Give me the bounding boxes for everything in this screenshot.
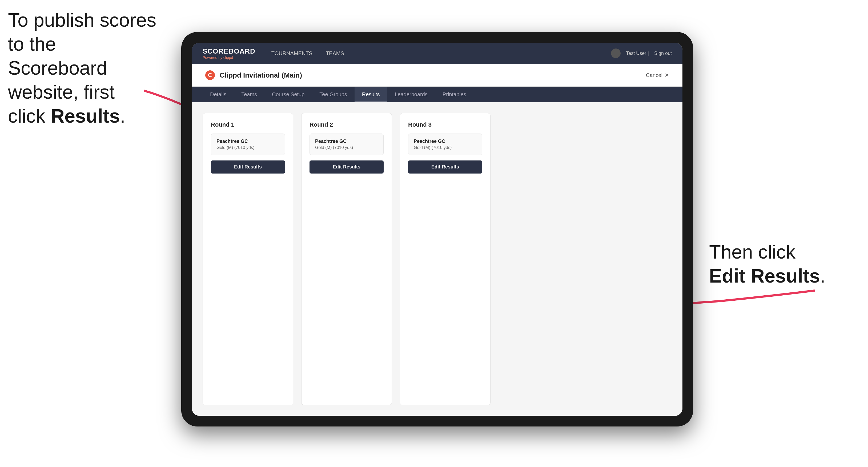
instruction-right-line1: Then click bbox=[709, 241, 796, 262]
cancel-button[interactable]: Cancel ✕ bbox=[646, 72, 669, 79]
round-3-course-details: Gold (M) (7010 yds) bbox=[414, 145, 477, 150]
round-3-course-card: Peachtree GC Gold (M) (7010 yds) bbox=[408, 133, 482, 155]
tab-course-setup[interactable]: Course Setup bbox=[265, 87, 312, 102]
instruction-line3: website, first bbox=[8, 81, 115, 103]
round-3-title: Round 3 bbox=[408, 121, 482, 128]
instruction-line4-suffix: . bbox=[120, 105, 125, 127]
edit-results-btn-3[interactable]: Edit Results bbox=[408, 160, 482, 174]
close-icon: ✕ bbox=[664, 72, 669, 79]
user-label: Test User | bbox=[626, 51, 649, 56]
tournament-icon: C bbox=[205, 70, 215, 80]
round-card-1: Round 1 Peachtree GC Gold (M) (7010 yds)… bbox=[203, 113, 293, 405]
instruction-line4-prefix: click bbox=[8, 105, 51, 127]
edit-results-btn-2[interactable]: Edit Results bbox=[310, 160, 383, 174]
tablet-screen: SCOREBOARD Powered by clippd TOURNAMENTS… bbox=[192, 43, 682, 416]
round-2-course-details: Gold (M) (7010 yds) bbox=[315, 145, 378, 150]
instruction-results-bold: Results bbox=[51, 105, 120, 127]
round-1-course-details: Gold (M) (7010 yds) bbox=[216, 145, 279, 150]
tab-details[interactable]: Details bbox=[203, 87, 234, 102]
tab-teams[interactable]: Teams bbox=[234, 87, 265, 102]
tab-printables[interactable]: Printables bbox=[435, 87, 474, 102]
navbar-links: TOURNAMENTS TEAMS bbox=[271, 48, 611, 59]
navbar-right: Test User | Sign out bbox=[611, 49, 672, 58]
cancel-label: Cancel bbox=[646, 72, 662, 79]
round-2-course-name: Peachtree GC bbox=[315, 138, 378, 144]
round-card-3: Round 3 Peachtree GC Gold (M) (7010 yds)… bbox=[400, 113, 491, 405]
brand-name: SCOREBOARD bbox=[203, 47, 255, 56]
tournament-title-row: C Clippd Invitational (Main) bbox=[205, 70, 302, 80]
round-1-course-card: Peachtree GC Gold (M) (7010 yds) bbox=[211, 133, 285, 155]
instruction-line2: to the Scoreboard bbox=[8, 33, 107, 79]
tab-tee-groups[interactable]: Tee Groups bbox=[312, 87, 354, 102]
signout-link[interactable]: Sign out bbox=[654, 51, 672, 56]
tournament-title: Clippd Invitational (Main) bbox=[220, 71, 302, 80]
instruction-right: Then click Edit Results. bbox=[709, 240, 825, 288]
edit-results-btn-1[interactable]: Edit Results bbox=[211, 160, 285, 174]
brand-subtitle: Powered by clippd bbox=[203, 56, 255, 60]
instruction-left: To publish scores to the Scoreboard webs… bbox=[8, 8, 157, 128]
brand-logo: SCOREBOARD Powered by clippd bbox=[203, 47, 255, 60]
navbar: SCOREBOARD Powered by clippd TOURNAMENTS… bbox=[192, 43, 682, 64]
round-1-title: Round 1 bbox=[211, 121, 285, 128]
round-3-course-name: Peachtree GC bbox=[414, 138, 477, 144]
round-card-2: Round 2 Peachtree GC Gold (M) (7010 yds)… bbox=[301, 113, 392, 405]
round-2-title: Round 2 bbox=[310, 121, 383, 128]
tab-results[interactable]: Results bbox=[354, 87, 388, 102]
tablet-device: SCOREBOARD Powered by clippd TOURNAMENTS… bbox=[181, 32, 693, 427]
instruction-line1: To publish scores bbox=[8, 9, 156, 31]
tabs-bar: Details Teams Course Setup Tee Groups Re… bbox=[192, 87, 682, 102]
nav-tournaments[interactable]: TOURNAMENTS bbox=[271, 48, 312, 59]
tournament-header: C Clippd Invitational (Main) Cancel ✕ bbox=[192, 64, 682, 87]
round-1-course-name: Peachtree GC bbox=[216, 138, 279, 144]
instruction-edit-results-bold: Edit Results bbox=[709, 265, 820, 286]
tab-leaderboards[interactable]: Leaderboards bbox=[387, 87, 435, 102]
user-avatar bbox=[611, 49, 621, 58]
nav-teams[interactable]: TEAMS bbox=[326, 48, 344, 59]
instruction-right-line2-suffix: . bbox=[820, 265, 825, 286]
round-2-course-card: Peachtree GC Gold (M) (7010 yds) bbox=[310, 133, 383, 155]
content-area: Round 1 Peachtree GC Gold (M) (7010 yds)… bbox=[192, 102, 682, 416]
